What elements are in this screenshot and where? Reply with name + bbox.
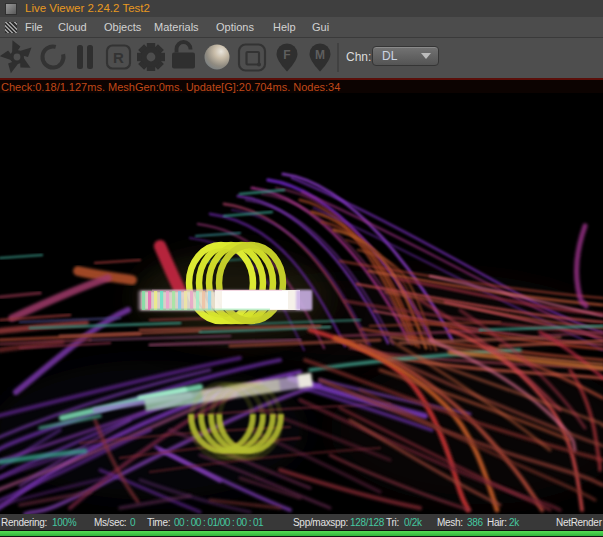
svg-text:R: R [113,49,124,66]
svg-text:M: M [315,48,325,62]
svg-text:F: F [283,48,290,62]
